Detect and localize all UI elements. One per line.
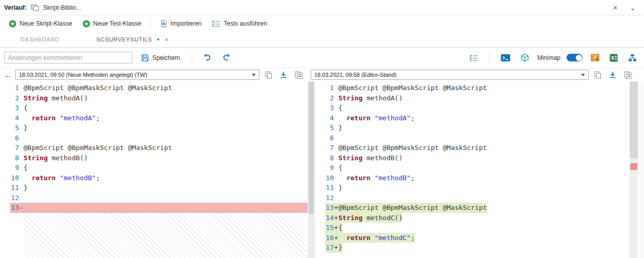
undo-icon: [203, 53, 212, 62]
left-version-value: 18.03.2021, 09:50 (Neue Methoden angeleg…: [19, 72, 147, 78]
code-line: 4 return "methodA";: [315, 113, 630, 123]
save-button[interactable]: Speichern: [137, 52, 184, 63]
code-line: 3{: [0, 103, 308, 113]
run-tests-button[interactable]: Tests ausführen: [207, 18, 272, 29]
import-label: Importieren: [171, 20, 202, 27]
modified-dot-icon: ●: [157, 37, 160, 42]
code-line: 2String methodA(): [0, 93, 308, 103]
minimap-label: Minimap: [537, 54, 560, 61]
code-line: 12: [315, 193, 630, 203]
code-line: 8String methodB(): [0, 153, 308, 163]
version-bar-left: ← 18.03.2021, 09:50 (Neue Methoden angel…: [0, 70, 308, 80]
redo-button[interactable]: [219, 52, 233, 63]
excel-export-button[interactable]: [608, 53, 620, 63]
left-version-dropdown[interactable]: 18.03.2021, 09:50 (Neue Methoden angeleg…: [15, 70, 259, 80]
code-line: 17+}: [315, 243, 630, 253]
scrollbar-thumb[interactable]: [309, 81, 314, 214]
plus-circle-icon: [83, 20, 90, 28]
export-diff-button[interactable]: [293, 70, 305, 80]
editor-toolbar-right: Minimap: [467, 52, 639, 63]
diff-pages-icon: [624, 71, 632, 79]
titlebar: Verlauf: Skript-Biblio... × ⌄: [0, 0, 644, 15]
tab-dashboard[interactable]: DASHBOARD: [7, 32, 73, 47]
minimap-overview-ruler[interactable]: [630, 81, 638, 258]
close-icon[interactable]: ×: [611, 3, 620, 12]
tab-close-icon[interactable]: ×: [165, 36, 169, 44]
code-line: 16+ return "methodC";: [315, 233, 630, 243]
tab-bar: DASHBOARD SCSURVEYSUTILS ● ×: [0, 32, 644, 48]
new-script-class-button[interactable]: Neue Skript-Klasse: [4, 18, 77, 30]
import-icon: [159, 19, 168, 28]
code-line: 7@BpmScript @BpmMaskScript @MaskScript: [0, 143, 308, 153]
code-line: 10 return "methodB";: [315, 173, 630, 183]
console-icon: [501, 54, 510, 62]
chevron-down-icon: [252, 74, 256, 76]
code-line: 13-: [0, 203, 308, 213]
right-version-value: 18.03.2021, 09:58 (Editor-Stand): [314, 72, 396, 78]
copy-version-button[interactable]: [592, 70, 603, 80]
package-export-button[interactable]: [589, 53, 601, 62]
back-arrow-icon[interactable]: ←: [4, 71, 12, 79]
download-icon: [280, 71, 287, 79]
left-pane-scrollbar[interactable]: [308, 81, 315, 258]
code-line: 11}: [0, 183, 308, 193]
code-lines: 1@BpmScript @BpmMaskScript @MaskScript2S…: [0, 83, 308, 213]
missing-lines-hatch: [24, 213, 307, 258]
diff-marker[interactable]: [630, 163, 637, 170]
new-test-class-button[interactable]: Neue Test-Klasse: [78, 18, 146, 30]
right-code-pane: 1@BpmScript @BpmMaskScript @MaskScript2S…: [315, 81, 630, 258]
code-line: 6: [315, 133, 630, 143]
code-line: 6: [0, 133, 308, 143]
structure-view-button[interactable]: [626, 53, 639, 63]
code-line: 9{: [0, 163, 308, 173]
code-line: 8String methodB(): [315, 153, 630, 163]
copy-version-button[interactable]: [263, 70, 274, 80]
package-icon: [591, 54, 599, 61]
minimap-toggle[interactable]: [567, 54, 582, 61]
save-label: Speichern: [152, 54, 180, 61]
toolbar-separator: [192, 53, 192, 62]
version-bar: ← 18.03.2021, 09:50 (Neue Methoden angel…: [0, 68, 644, 81]
download-version-button[interactable]: [278, 70, 289, 80]
export-diff-button[interactable]: [622, 70, 634, 80]
code-line: 12: [0, 193, 308, 203]
right-version-dropdown[interactable]: 18.03.2021, 09:58 (Editor-Stand): [311, 70, 589, 80]
toolbar-separator: [150, 19, 151, 28]
code-line: 9{: [315, 163, 630, 173]
tab-scsurveysutils[interactable]: SCSURVEYSUTILS ● ×: [83, 32, 182, 48]
main-toolbar: Neue Skript-Klasse Neue Test-Klasse Impo…: [0, 15, 644, 32]
code-line: 13+@BpmScript @BpmMaskScript @MaskScript: [315, 203, 630, 213]
code-line: 5}: [315, 123, 630, 133]
undo-button[interactable]: [200, 52, 214, 63]
chevron-down-icon[interactable]: ⌄: [628, 4, 638, 12]
toggle-knob: [576, 55, 582, 61]
code-line: 14+String methodC(): [315, 213, 630, 223]
new-script-class-label: Neue Skript-Klasse: [19, 20, 72, 27]
code-line: 2String methodA(): [315, 93, 630, 103]
run-tests-label: Tests ausführen: [224, 20, 267, 27]
download-version-button[interactable]: [607, 70, 618, 80]
run-tests-icon: [212, 20, 220, 27]
chevron-down-icon: [581, 74, 585, 76]
code-line: 10 return "methodB";: [0, 173, 308, 183]
script-library-icon: [31, 4, 39, 11]
code-lines: 1@BpmScript @BpmMaskScript @MaskScript2S…: [315, 83, 630, 253]
diff-pages-icon: [295, 71, 303, 79]
hierarchy-icon: [628, 54, 637, 62]
cube-button[interactable]: [518, 52, 531, 63]
code-line: 5}: [0, 123, 308, 133]
console-button[interactable]: [499, 53, 512, 63]
run-class-tests-button[interactable]: [467, 53, 480, 62]
plus-circle-icon: [9, 20, 16, 28]
history-label: Verlauf:: [4, 4, 27, 11]
code-line: 4 return "methodA";: [0, 113, 308, 123]
import-button[interactable]: Importieren: [155, 17, 207, 30]
code-line: 15+{: [315, 223, 630, 233]
comment-input[interactable]: [4, 52, 132, 63]
toolbar-separator: [489, 53, 490, 62]
new-test-class-label: Neue Test-Klasse: [93, 20, 142, 27]
history-entry[interactable]: Skript-Biblio...: [43, 4, 81, 11]
run-tests-icon: [469, 54, 478, 61]
editor-toolbar: Speichern: [0, 48, 644, 68]
scrollbar-thumb[interactable]: [630, 81, 638, 158]
